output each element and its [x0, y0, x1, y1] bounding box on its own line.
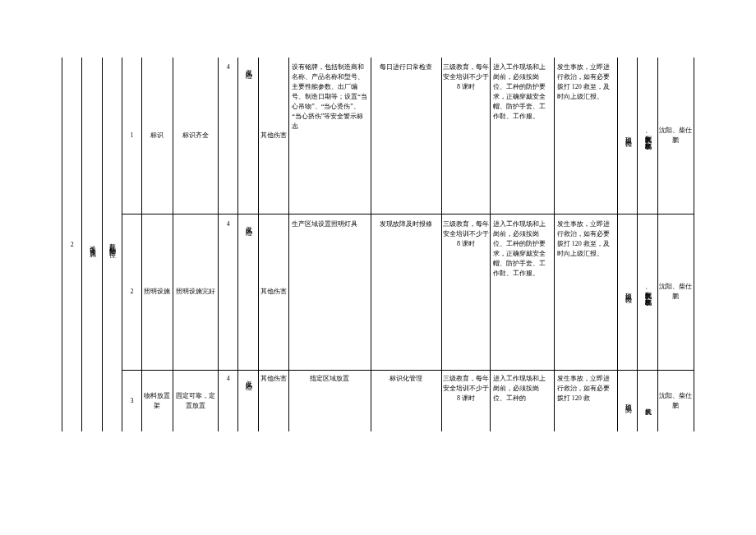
- cell-measure-2: 生产区域设置照明灯具: [289, 214, 371, 370]
- cell-measure-1: 设有铭牌，包括制造商和名称、产品名称和型号、主要性能参数、出厂编号、制造日期等；…: [289, 58, 371, 214]
- cell-dept-2: 大机装配班、小机装配班: [638, 214, 657, 370]
- cell-protect-3: 进入工作现场和上岗前，必须按岗位、工种的: [491, 370, 554, 431]
- cell-item-2: 照明设施: [142, 214, 173, 370]
- cell-post-2: 班组岗位: [618, 214, 638, 370]
- cell-idx-2: 2: [122, 214, 141, 370]
- cell-category: 设备设施: [82, 58, 102, 431]
- cell-hazard-2: 其他伤害: [258, 214, 289, 370]
- cell-check-2: 发现故障及时报修: [371, 214, 441, 370]
- cell-check-3: 标识化管理: [371, 370, 441, 431]
- cell-seq: 2: [62, 58, 82, 431]
- cell-dept-3: 大机装: [638, 370, 657, 431]
- cell-hazard-3: 其他伤害: [258, 370, 289, 431]
- cell-req-3: 固定可靠，定置放置: [173, 370, 218, 431]
- cell-emergency-2: 发生事故，立即进行救治，如有必要拨打 120 救至，及时向上级汇报。: [554, 214, 617, 370]
- cell-emergency-3: 发生事故，立即进行救治，如有必要拨打 120 救: [554, 370, 617, 431]
- cell-train-2: 三级教育，每年安全培训不少于 8 课时: [441, 214, 491, 370]
- cell-risk-1: 低风险: [238, 58, 258, 214]
- cell-train-1: 三级教育，每年安全培训不少于 8 课时: [441, 58, 491, 214]
- cell-post-1: 班组岗位: [618, 58, 638, 214]
- cell-risk-3: 低风险: [238, 370, 258, 431]
- cell-post-3: 班组岗: [618, 370, 638, 431]
- cell-idx-1: 1: [122, 58, 141, 214]
- cell-person-1: 沈阳、柴仕鹏: [657, 58, 694, 214]
- cell-item-3: 物料放置架: [142, 370, 173, 431]
- cell-item-1: 标识: [142, 58, 173, 214]
- cell-station: 整机翻转工位: [102, 58, 122, 431]
- cell-hazard-1: 其他伤害: [258, 58, 289, 214]
- cell-score-1: 4: [218, 58, 237, 214]
- cell-person-3: 沈阳、柴仕鹏: [657, 370, 694, 431]
- cell-req-2: 照明设施完好: [173, 214, 218, 370]
- cell-protect-1: 进入工作现场和上岗前，必须按岗位、工种的防护要求，正确穿戴安全帽、防护手套、工作…: [491, 58, 554, 214]
- cell-emergency-1: 发生事故，立即进行救治，如有必要拨打 120 救至，及时向上级汇报。: [554, 58, 617, 214]
- cell-check-1: 每日进行日常检查: [371, 58, 441, 214]
- cell-score-3: 4: [218, 370, 237, 431]
- cell-req-1: 标识齐全: [173, 58, 218, 214]
- cell-idx-3: 3: [122, 370, 141, 431]
- cell-protect-2: 进入工作现场和上岗前，必须按岗位、工种的防护要求，正确穿戴安全帽、防护手套、工作…: [491, 214, 554, 370]
- cell-score-2: 4: [218, 214, 237, 370]
- cell-train-3: 三级教育，每年安全培训不少于 8 课时: [441, 370, 491, 431]
- cell-dept-1: 大机装配班、小机装配班: [638, 58, 657, 214]
- cell-person-2: 沈阳、柴仕鹏: [657, 214, 694, 370]
- cell-measure-3: 指定区域放置: [289, 370, 371, 431]
- main-table: 2 设备设施 整机翻转工位 1 标识 标识齐全 4 低风险 其他伤害 设有铭牌，…: [62, 58, 694, 431]
- cell-risk-2: 低风险: [238, 214, 258, 370]
